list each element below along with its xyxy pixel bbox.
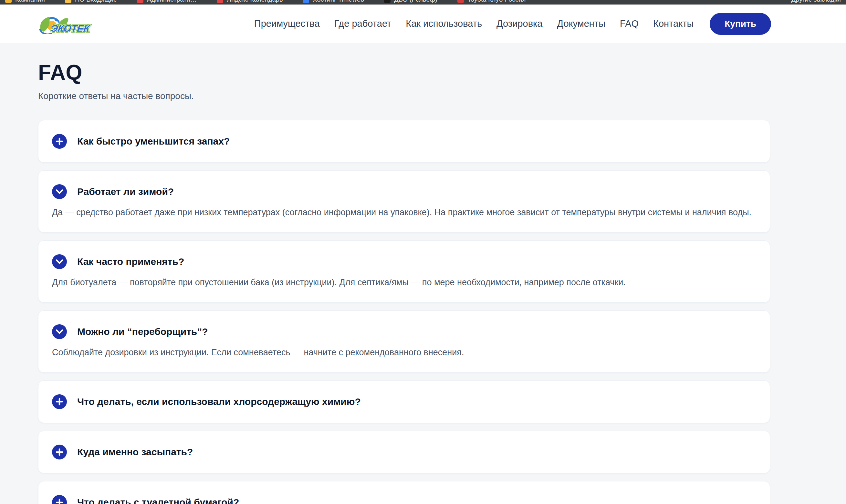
faq-question-row[interactable]: Куда именно засыпать? [52, 445, 756, 460]
faq-card: Как быстро уменьшится запах? [38, 120, 770, 163]
plus-icon [55, 448, 63, 456]
faq-card: Куда именно засыпать? [38, 431, 770, 473]
buy-button[interactable]: Купить [710, 13, 771, 35]
faq-question[interactable]: Что делать, если использовали хлорсодерж… [77, 396, 361, 407]
nav-link[interactable]: Преимущества [254, 18, 320, 29]
page-subtitle: Короткие ответы на частые вопросы. [38, 91, 770, 101]
bookmark-favicon [5, 0, 12, 3]
faq-question-row[interactable]: Что делать, если использовали хлорсодерж… [52, 394, 756, 409]
logo-wordmark: ЭКОТЕК [50, 23, 91, 34]
bookmark-label: ДБО (Рельеф) [394, 0, 437, 3]
bookmark-item[interactable]: Хостинг Timeweb [303, 0, 364, 3]
faq-question-row[interactable]: Как часто применять? [52, 254, 756, 269]
faq-card: Работает ли зимой? Да — средство работае… [38, 170, 770, 233]
nav-link[interactable]: Документы [557, 18, 606, 29]
other-bookmarks-button[interactable]: Другие закладки [791, 0, 841, 3]
ecotek-logo-graphic: ЭКОТЕК ЭКОТЕК [36, 14, 92, 34]
site-header: ЭКОТЕК ЭКОТЕК Преимущества Где работает … [0, 4, 846, 43]
faq-answer: Соблюдайте дозировки из инструкции. Если… [52, 346, 756, 359]
nav-link[interactable]: Дозировка [497, 18, 542, 29]
nav-link[interactable]: FAQ [620, 18, 639, 29]
bookmark-label: ПЭ-Входящие [75, 0, 117, 3]
faq-answer: Да — средство работает даже при низких т… [52, 206, 756, 219]
chevron-down-icon [55, 329, 64, 334]
faq-question-row[interactable]: Работает ли зимой? [52, 184, 756, 199]
bookmark-item[interactable]: Кампании [5, 0, 45, 3]
bookmark-favicon [384, 0, 391, 3]
nav-link[interactable]: Как использовать [406, 18, 482, 29]
site-logo[interactable]: ЭКОТЕК ЭКОТЕК [36, 14, 92, 34]
expand-toggle-button[interactable] [52, 324, 67, 339]
faq-question[interactable]: Как быстро уменьшится запах? [77, 136, 230, 147]
bookmark-favicon [65, 0, 71, 3]
main-nav: Преимущества Где работает Как использова… [254, 18, 693, 29]
bookmark-favicon [217, 0, 223, 3]
plus-icon [55, 398, 63, 406]
faq-card: Что делать, если использовали хлорсодерж… [38, 380, 770, 423]
faq-question[interactable]: Можно ли “переборщить”? [77, 326, 208, 337]
bookmark-label: Хостинг Timeweb [313, 0, 364, 3]
expand-toggle-button[interactable] [52, 495, 67, 504]
expand-toggle-button[interactable] [52, 445, 67, 460]
faq-card: Как часто применять? Для биотуалета — по… [38, 240, 770, 303]
expand-toggle-button[interactable] [52, 184, 67, 199]
faq-question[interactable]: Что делать с туалетной бумагой? [77, 497, 239, 504]
other-bookmarks-label: Другие закладки [791, 0, 841, 3]
faq-question-row[interactable]: Что делать с туалетной бумагой? [52, 495, 756, 504]
page-title: FAQ [38, 60, 770, 85]
bookmark-favicon [303, 0, 309, 3]
bookmarks-bar: Кампании ПЭ-Входящие Администрати… Яндек… [0, 0, 846, 4]
bookmark-item[interactable]: ПЭ-Входящие [65, 0, 117, 3]
faq-question[interactable]: Как часто применять? [77, 256, 184, 267]
plus-icon [55, 138, 63, 145]
bookmark-label: Кампании [15, 0, 45, 3]
bookmark-item[interactable]: Яндекс Календарь [217, 0, 283, 3]
faq-section: FAQ Короткие ответы на частые вопросы. К… [0, 43, 846, 504]
plus-icon [55, 499, 63, 504]
faq-question-row[interactable]: Как быстро уменьшится запах? [52, 134, 756, 149]
expand-toggle-button[interactable] [52, 254, 67, 269]
faq-question-row[interactable]: Можно ли “переборщить”? [52, 324, 756, 339]
chevron-down-icon [55, 259, 64, 264]
browser-window: Кампании ПЭ-Входящие Администрати… Яндек… [0, 0, 846, 504]
expand-toggle-button[interactable] [52, 134, 67, 149]
bookmark-label: Администрати… [147, 0, 196, 3]
nav-link[interactable]: Где работает [334, 18, 392, 29]
bookmark-label: Яндекс Календарь [227, 0, 283, 3]
faq-answer: Для биотуалета — повторяйте при опустоше… [52, 276, 756, 289]
bookmark-item[interactable]: ДБО (Рельеф) [384, 0, 437, 3]
faq-question[interactable]: Работает ли зимой? [77, 186, 174, 197]
bookmark-item[interactable]: Администрати… [137, 0, 196, 3]
expand-toggle-button[interactable] [52, 394, 67, 409]
bookmark-label: Toyota Клуб Россия [467, 0, 526, 3]
chevron-down-icon [55, 189, 64, 194]
bookmark-item[interactable]: Toyota Клуб Россия [457, 0, 526, 3]
bookmark-favicon [137, 0, 143, 3]
faq-card: Можно ли “переборщить”? Соблюдайте дозир… [38, 310, 770, 373]
nav-link[interactable]: Контакты [653, 18, 693, 29]
faq-card: Что делать с туалетной бумагой? [38, 481, 770, 504]
faq-question[interactable]: Куда именно засыпать? [77, 447, 193, 457]
bookmark-favicon [457, 0, 464, 3]
faq-list: Как быстро уменьшится запах? Работает ли… [38, 120, 770, 504]
